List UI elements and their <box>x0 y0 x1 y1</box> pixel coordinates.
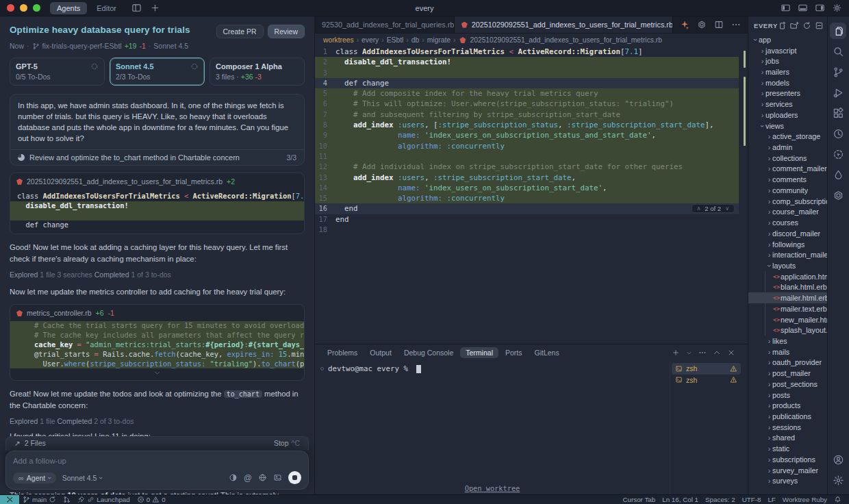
status-pr[interactable] <box>60 495 74 504</box>
agent-mode-selector[interactable]: ∞ Agent › <box>13 473 56 483</box>
collapse-folders-icon[interactable] <box>815 21 824 30</box>
breadcrumb-segment[interactable]: db <box>411 36 419 44</box>
tree-item[interactable]: ›sessions <box>748 422 827 433</box>
source-control-icon[interactable] <box>830 64 846 80</box>
search-icon[interactable] <box>830 43 846 60</box>
tree-item[interactable]: ›followings <box>748 239 827 250</box>
tree-item[interactable]: ›app <box>748 34 827 45</box>
ai-sparkle-icon[interactable] <box>680 20 689 29</box>
droplet-icon[interactable] <box>830 166 846 183</box>
new-terminal-icon[interactable] <box>672 349 680 357</box>
status-worktree-ruby[interactable]: Worktree Ruby <box>779 496 831 503</box>
tree-item[interactable]: ›course_mailer <box>748 207 827 218</box>
mention-icon[interactable]: @ <box>244 474 252 482</box>
new-tab-icon[interactable] <box>150 3 160 13</box>
status-lf[interactable]: LF <box>764 496 778 503</box>
close-panel-icon[interactable] <box>727 349 735 357</box>
model-card[interactable]: Sonnet 4.52/3 To-Dos <box>110 58 205 86</box>
extensions-icon[interactable] <box>830 105 846 121</box>
open-worktree-link[interactable]: Open worktree <box>465 484 520 492</box>
code-card-header[interactable]: 20251029092551_add_indexes_to_users_for_… <box>10 173 304 190</box>
tree-item[interactable]: ›active_storage <box>748 131 827 142</box>
code-card-header[interactable]: metrics_controller.rb +6 -1 <box>10 305 304 321</box>
status-cursor-tab[interactable]: Cursor Tab <box>619 496 659 503</box>
files-bar[interactable]: ↗ 2 Files Stop ^C <box>5 436 309 451</box>
tree-item[interactable]: ›presenters <box>748 88 827 99</box>
panel-tab-gitlens[interactable]: GitLens <box>529 347 564 358</box>
editor-tab[interactable]: 20251029092551_add_indexes_to_users_for_… <box>455 16 673 33</box>
tree-item[interactable]: ›surveys <box>748 475 827 486</box>
tree-item[interactable]: ›mails <box>748 346 827 357</box>
tree-item[interactable]: ›comments <box>748 174 827 185</box>
terminal-session[interactable]: zsh <box>672 375 741 386</box>
toggle-sidebar-icon[interactable] <box>131 3 142 13</box>
usage-icon[interactable] <box>229 473 238 482</box>
code-editor[interactable]: 1class AddIndexesToUsersForTrialMetrics … <box>315 47 748 344</box>
timeline-icon[interactable] <box>830 125 846 142</box>
web-icon[interactable] <box>258 473 267 482</box>
breadcrumb-segment[interactable]: 20251029092551_add_indexes_to_users_for_… <box>470 36 662 44</box>
customize-layout-icon[interactable] <box>832 3 842 13</box>
tree-item[interactable]: ›post_mailer <box>748 368 827 379</box>
breadcrumb-segment[interactable]: ESbtl <box>387 36 404 44</box>
panel-tab-terminal[interactable]: Terminal <box>460 347 498 358</box>
tree-item[interactable]: ›mailers <box>748 66 827 77</box>
panel-tab-ports[interactable]: Ports <box>500 347 528 358</box>
match-counter-widget[interactable]: ∧2 of 2∨ <box>692 204 735 213</box>
status-launchpad[interactable]: Launchpad <box>74 495 134 504</box>
account-icon[interactable] <box>830 451 846 468</box>
close-window-icon[interactable] <box>7 4 14 12</box>
panel-tab-output[interactable]: Output <box>364 347 397 358</box>
more-actions-icon[interactable] <box>731 20 741 29</box>
files-icon[interactable] <box>830 23 846 39</box>
status-branch[interactable]: main <box>19 495 60 504</box>
tree-item[interactable]: ›community <box>748 185 827 196</box>
split-editor-icon[interactable] <box>714 20 724 29</box>
tree-item[interactable]: ›layouts <box>748 260 827 271</box>
tree-item[interactable]: ›subscriptions <box>748 454 827 465</box>
terminal-session[interactable]: zsh <box>672 363 741 375</box>
panel-more-icon[interactable] <box>698 349 707 357</box>
status-utf-8[interactable]: UTF-8 <box>739 496 765 503</box>
tree-item[interactable]: ›survey_mailer <box>748 465 827 476</box>
toggle-primary-sidebar-icon[interactable] <box>781 3 791 13</box>
tree-item[interactable]: ›models <box>748 77 827 88</box>
openai-icon[interactable] <box>830 187 846 203</box>
status-ln-16-col-1[interactable]: Ln 16, Col 1 <box>659 496 702 503</box>
maximize-panel-icon[interactable] <box>713 349 721 357</box>
create-pr-button[interactable]: Create PR <box>216 25 264 38</box>
tree-item[interactable]: ›views <box>748 121 827 131</box>
tree-item[interactable]: ›comp_subscriptio... <box>748 196 827 207</box>
new-file-icon[interactable] <box>778 21 787 30</box>
tree-item[interactable]: ›publications <box>748 411 827 422</box>
live-share-icon[interactable] <box>830 146 846 162</box>
panel-tab-problems[interactable]: Problems <box>322 347 363 358</box>
review-button[interactable]: Review <box>268 25 305 38</box>
remote-indicator[interactable] <box>0 495 19 504</box>
tree-item[interactable]: ›services <box>748 99 827 110</box>
zoom-window-icon[interactable] <box>33 4 40 12</box>
minimize-window-icon[interactable] <box>20 4 27 12</box>
tree-item[interactable]: ›post_sections <box>748 379 827 390</box>
toggle-panel-icon[interactable] <box>798 3 808 13</box>
refresh-explorer-icon[interactable] <box>802 21 811 30</box>
todo-row[interactable]: Review and optimize the to_chart method … <box>10 149 304 165</box>
tree-item[interactable]: <>new_mailer.html... <box>748 314 827 325</box>
new-folder-icon[interactable] <box>790 21 799 30</box>
breadcrumb-segment[interactable]: migrate <box>427 36 451 44</box>
notifications-bell-icon[interactable] <box>831 496 845 503</box>
tree-item[interactable]: ›courses <box>748 217 827 228</box>
run-debug-icon[interactable] <box>830 84 846 101</box>
tree-item[interactable]: ›products <box>748 400 827 411</box>
tree-item[interactable]: <>splash_layout.ht... <box>748 325 827 336</box>
breadcrumb-segment[interactable]: worktrees <box>323 36 354 44</box>
settings-icon[interactable] <box>830 472 846 488</box>
tree-item[interactable]: ›interaction_mailer <box>748 249 827 260</box>
window-tab-editor[interactable]: Editor <box>90 2 123 14</box>
toggle-secondary-sidebar-icon[interactable] <box>815 3 825 13</box>
stop-button[interactable]: Stop <box>274 439 289 447</box>
terminal-content[interactable]: devtwo@mac every % Open worktree <box>315 361 670 494</box>
tree-item[interactable]: <>mailer.html.erb <box>748 292 827 303</box>
tree-item[interactable]: ›shared <box>748 433 827 444</box>
stop-generation-button[interactable] <box>288 471 301 484</box>
